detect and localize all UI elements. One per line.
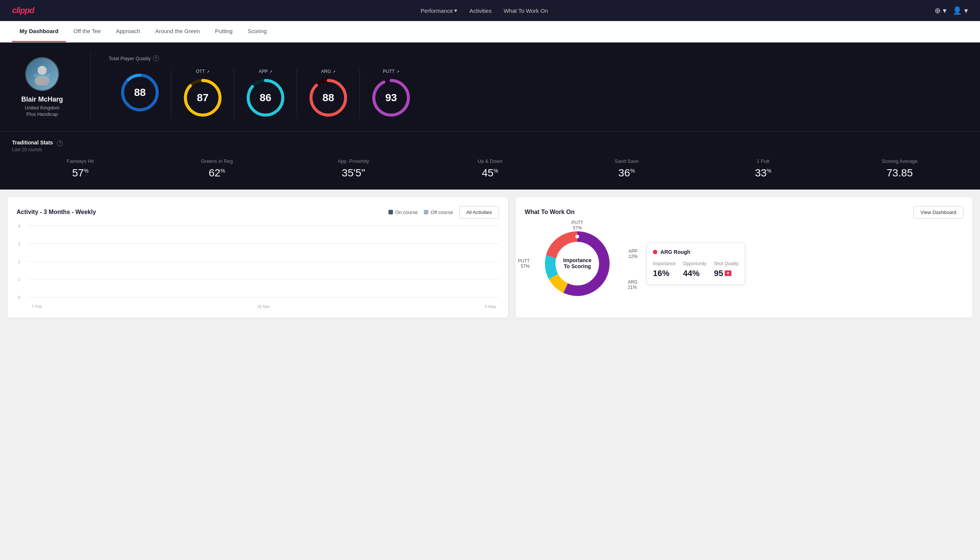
ring-label-ott: OTT ↗ [196, 69, 210, 74]
top-nav: clippd Performance ▾ Activities What To … [0, 0, 980, 21]
nav-what-to-work-on[interactable]: What To Work On [504, 8, 548, 14]
stat-value-sand-save: 36% [559, 167, 695, 179]
stat-label-up-down: Up & Down [421, 158, 558, 164]
legend-dot-on [388, 210, 393, 214]
score-ring-app: APP ↗ 86 [234, 69, 297, 118]
x-label-2: 9 May [485, 304, 496, 309]
donut-to-scoring: To Scoring [563, 263, 592, 270]
ring-ott: 87 [182, 77, 223, 118]
tab-approach[interactable]: Approach [108, 21, 147, 42]
activity-chart-header: Activity - 3 Months - Weekly On course O… [17, 206, 499, 218]
help-icon[interactable]: ? [153, 55, 159, 61]
donut-chart: Importance To Scoring [540, 226, 615, 301]
tpq-section: Total Player Quality ? 88 [109, 55, 968, 118]
legend-on-course: On course [388, 210, 418, 215]
svg-point-19 [576, 235, 579, 238]
tab-off-the-tee[interactable]: Off the Tee [66, 21, 108, 42]
stat-1-putt: 1 Putt 33% [695, 158, 832, 179]
nav-performance[interactable]: Performance ▾ [421, 7, 457, 14]
info-stat-opportunity: Opportunity 44% [683, 261, 706, 278]
stat-label-fairways-hit: Fairways Hit [12, 158, 148, 164]
svg-point-0 [38, 66, 47, 75]
sub-nav: My Dashboard Off the Tee Approach Around… [0, 21, 980, 42]
user-icon[interactable]: 👤 ▾ [953, 6, 968, 15]
trend-icon-arg: ↗ [333, 70, 335, 74]
score-ring-total: 88 [109, 69, 171, 118]
nav-right: ⊕ ▾ 👤 ▾ [935, 6, 968, 15]
down-badge: ▼ [725, 270, 731, 276]
info-card-stats: Importance 16% Opportunity 44% Shot Qual… [653, 261, 738, 278]
score-ring-ott: OTT ↗ 87 [171, 69, 234, 118]
trend-icon-app: ↗ [269, 70, 272, 74]
stat-label-greens-in-reg: Greens In Reg [148, 158, 285, 164]
legend-dot-off [424, 210, 428, 214]
stat-scoring-avg: Scoring Average 73.85 [832, 158, 968, 179]
ring-total: 88 [119, 72, 161, 113]
stat-value-scoring-avg: 73.85 [832, 167, 968, 179]
stat-label-app-proximity: App. Proximity [285, 158, 421, 164]
score-value-putt: 93 [385, 92, 397, 104]
x-label-1: 28 Mar [257, 304, 270, 309]
trad-stats-grid: Fairways Hit 57% Greens In Reg 62% App. … [12, 158, 968, 179]
importance-value: 16% [653, 268, 676, 278]
svg-rect-2 [34, 74, 50, 77]
view-dashboard-button[interactable]: View Dashboard [913, 206, 963, 218]
info-card-dot [653, 250, 657, 254]
trend-icon-ott: ↗ [206, 70, 210, 74]
activity-bar-chart: 0 1 2 3 4 [17, 226, 499, 309]
score-value-arg: 88 [322, 92, 334, 104]
score-rings: 88 OTT ↗ 87 [109, 69, 968, 118]
score-ring-putt: PUTT ↗ 93 [360, 69, 422, 118]
add-icon[interactable]: ⊕ ▾ [935, 6, 947, 15]
legend-off-course: Off course [424, 210, 453, 215]
player-info: Blair McHarg United Kingdom Plus Handica… [12, 57, 72, 117]
ring-label-putt: PUTT ↗ [383, 69, 399, 74]
wtwon-title: What To Work On [524, 209, 575, 215]
divider [90, 53, 91, 121]
score-ring-arg: ARG ↗ 88 [297, 69, 360, 118]
player-country: United Kingdom [25, 105, 60, 110]
stat-value-app-proximity: 35'5" [285, 167, 421, 179]
trad-stats-title: Traditional Stats [12, 140, 53, 145]
what-to-work-on-panel: What To Work On View Dashboard PUTT 57% … [516, 197, 972, 318]
activity-chart-title: Activity - 3 Months - Weekly [17, 209, 96, 215]
info-stat-shot-quality: Shot Quality 95 ▼ [714, 261, 738, 278]
score-value-total: 88 [134, 87, 146, 98]
nav-activities[interactable]: Activities [469, 8, 491, 14]
avatar-image [26, 58, 58, 90]
stat-fairways-hit: Fairways Hit 57% [12, 158, 148, 179]
putt-pct: 57% [518, 263, 529, 269]
tab-my-dashboard[interactable]: My Dashboard [12, 21, 66, 42]
donut-section: PUTT 57% putt 57% 57% APP 12% ARG 21% [524, 226, 963, 301]
logo: clippd [12, 6, 34, 15]
stat-greens-in-reg: Greens In Reg 62% [148, 158, 285, 179]
app-label: APP 12% [628, 248, 637, 259]
tab-around-the-green[interactable]: Around the Green [147, 21, 207, 42]
ring-label-app: APP ↗ [259, 69, 272, 74]
tab-putting[interactable]: Putting [208, 21, 240, 42]
stat-up-down: Up & Down 45% [421, 158, 558, 179]
activity-chart-panel: Activity - 3 Months - Weekly On course O… [8, 197, 508, 318]
ring-label-arg: ARG ↗ [321, 69, 335, 74]
chart-legend: On course Off course [388, 210, 453, 215]
arg-label: ARG 21% [627, 280, 637, 290]
shot-quality-value: 95 ▼ [714, 268, 738, 278]
importance-label: Importance [653, 261, 676, 266]
info-stat-importance: Importance 16% [653, 261, 676, 278]
nav-links: Performance ▾ Activities What To Work On [421, 7, 548, 14]
trad-stats-help-icon[interactable]: ? [57, 140, 63, 146]
stat-value-greens-in-reg: 62% [148, 167, 285, 179]
ring-putt: 93 [370, 77, 412, 118]
tab-scoring[interactable]: Scoring [240, 21, 274, 42]
traditional-stats: Traditional Stats ? Last 20 rounds Fairw… [0, 131, 980, 190]
putt-label: putt 57% 57% [518, 258, 529, 269]
trad-stats-subtitle: Last 20 rounds [12, 147, 63, 152]
x-label-0: 7 Feb [32, 304, 42, 309]
shot-quality-label: Shot Quality [714, 261, 738, 266]
chevron-down-icon: ▾ [454, 7, 457, 14]
avatar [25, 57, 59, 91]
info-card-title: ARG Rough [653, 249, 738, 255]
stat-label-scoring-avg: Scoring Average [832, 158, 968, 164]
stat-value-up-down: 45% [421, 167, 558, 179]
all-activities-button[interactable]: All Activities [459, 206, 499, 218]
